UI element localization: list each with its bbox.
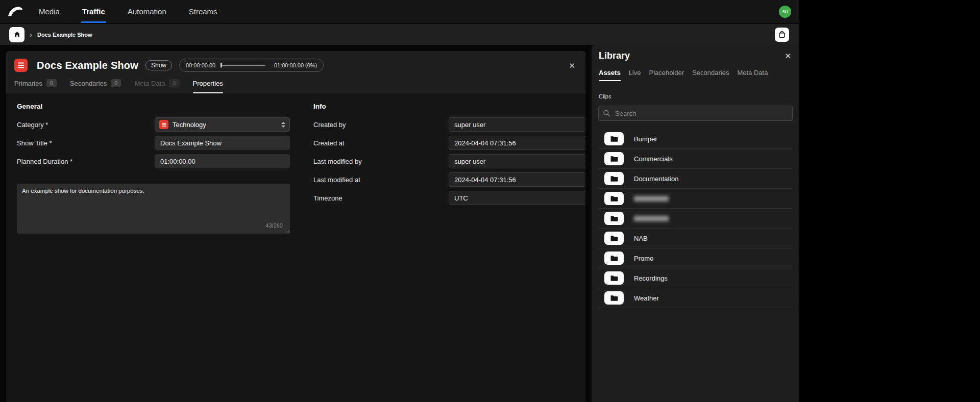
folder-row[interactable]: Weather <box>598 288 793 308</box>
folder-label: Promo <box>634 255 653 262</box>
nav-item-label: Automation <box>128 7 166 16</box>
nav-item-label: Media <box>39 7 60 16</box>
library-tab[interactable]: Placeholder <box>649 69 684 81</box>
category-selected-value: Technology <box>173 121 277 129</box>
info-value-input[interactable] <box>449 136 585 150</box>
folder-label <box>634 196 669 202</box>
main-nav: Media Traffic Automation Streams <box>38 0 218 23</box>
panel-tab[interactable]: Meta Data 0 <box>134 79 179 93</box>
library-tabs: Assets Live Placeholder Secondaries <box>592 62 799 81</box>
select-stepper-icon <box>281 122 285 128</box>
folder-icon <box>604 192 624 205</box>
folder-row[interactable]: Promo <box>598 248 793 268</box>
info-row: Created by <box>313 117 585 132</box>
library-tab[interactable]: Meta Data <box>737 69 768 81</box>
info-value-input[interactable] <box>449 154 585 168</box>
info-row: Last modified at <box>313 172 585 187</box>
media-library-icon-button[interactable] <box>775 28 789 42</box>
box-icon <box>778 31 786 39</box>
info-value-input[interactable] <box>449 172 585 187</box>
library-tab-label: Placeholder <box>649 69 684 77</box>
panel-tab-count-badge: 0 <box>111 79 121 87</box>
info-section: Info Created by Created at <box>313 102 585 234</box>
category-select[interactable]: Technology <box>155 117 290 132</box>
folder-row[interactable]: Commercials <box>598 149 793 169</box>
folder-icon <box>604 291 624 305</box>
nav-item-label: Streams <box>189 7 217 16</box>
category-field-row: Category * Technology <box>17 117 290 132</box>
folder-row[interactable]: Bumper <box>598 129 793 149</box>
folder-row[interactable]: NAB <box>598 229 793 248</box>
folder-row[interactable] <box>598 209 793 229</box>
info-row: Timezone <box>313 191 585 205</box>
panel-tab[interactable]: Secondaries 0 <box>70 79 121 93</box>
panel-tab-label: Properties <box>193 80 223 87</box>
progress-thumb[interactable] <box>220 63 222 68</box>
show-category-icon <box>14 59 28 72</box>
library-tab-label: Assets <box>599 69 621 77</box>
folder-label: Weather <box>634 294 659 302</box>
folder-label: Recordings <box>634 274 668 282</box>
library-header: Library ✕ <box>592 45 799 62</box>
folder-label: NAB <box>634 235 648 242</box>
progress-track[interactable] <box>220 65 265 66</box>
rundown-stripes-icon <box>16 60 26 70</box>
makalu-logo-icon[interactable] <box>6 4 24 19</box>
chevron-right-icon: › <box>30 31 32 38</box>
nav-item[interactable]: Automation <box>127 0 167 23</box>
panel-close-button[interactable]: ✕ <box>567 60 577 71</box>
library-close-button[interactable]: ✕ <box>782 50 793 62</box>
folder-icon <box>604 212 624 225</box>
show-title-input[interactable] <box>155 136 290 150</box>
show-title-label: Show Title * <box>17 139 155 147</box>
library-tab-label: Live <box>629 69 641 77</box>
show-progress-scrubber[interactable]: 00:00:00.00 - 01:00:00.00 (0%) <box>179 59 324 72</box>
panel-tab-label: Meta Data <box>134 80 165 87</box>
folder-row[interactable]: Documentation <box>598 169 793 189</box>
info-row: Last modified by <box>313 154 585 168</box>
library-tab-label: Secondaries <box>692 69 729 77</box>
library-tab[interactable]: Live <box>629 69 641 81</box>
panel-header: Docs Example Show Show 00:00:00.00 - 01:… <box>6 51 585 93</box>
info-value-input[interactable] <box>449 117 585 132</box>
library-tab[interactable]: Assets <box>599 69 621 81</box>
planned-duration-input[interactable] <box>155 154 290 168</box>
panel-tab-label: Secondaries <box>70 80 107 87</box>
library-tab-label: Meta Data <box>737 69 768 77</box>
panel-header-row: Docs Example Show Show 00:00:00.00 - 01:… <box>14 57 577 74</box>
info-label: Timezone <box>313 194 449 202</box>
nav-item[interactable]: Traffic <box>81 0 106 23</box>
folder-icon <box>604 152 624 165</box>
info-value-input[interactable] <box>449 191 585 205</box>
folder-row[interactable]: Recordings <box>598 268 793 288</box>
progress-remaining: - 01:00:00.00 (0%) <box>271 62 317 68</box>
general-heading: General <box>17 103 290 110</box>
show-title-field-row: Show Title * <box>17 136 290 150</box>
breadcrumb-item[interactable]: Docs Example Show <box>37 32 92 38</box>
home-button[interactable] <box>9 27 24 42</box>
folder-icon <box>604 132 624 145</box>
panel-tab-count-badge: 0 <box>169 79 179 87</box>
search-input[interactable] <box>598 106 793 121</box>
folder-row[interactable] <box>598 189 793 209</box>
nav-item[interactable]: Streams <box>188 0 218 23</box>
rundown-stripes-icon <box>161 121 167 128</box>
progress-elapsed: 00:00:00.00 <box>186 62 215 68</box>
info-label: Created by <box>313 121 449 129</box>
nav-item[interactable]: Media <box>38 0 61 23</box>
app-window: Media Traffic Automation Streams su <box>0 0 799 402</box>
show-detail-panel: Docs Example Show Show 00:00:00.00 - 01:… <box>6 51 585 402</box>
panel-tab[interactable]: Properties <box>193 80 223 93</box>
library-title: Library <box>599 51 630 61</box>
screenshot-canvas: Media Traffic Automation Streams su <box>0 0 980 402</box>
planned-duration-label: Planned Duration * <box>17 158 155 165</box>
user-avatar[interactable]: su <box>779 6 791 18</box>
panel-tab[interactable]: Primaries 0 <box>14 79 57 93</box>
category-mini-icon <box>159 120 168 129</box>
info-label: Created at <box>313 139 449 147</box>
clips-section-label: Clips <box>599 93 792 99</box>
library-tab[interactable]: Secondaries <box>692 69 729 81</box>
breadcrumb-bar: › Docs Example Show <box>0 24 799 45</box>
description-textarea[interactable] <box>17 184 290 234</box>
panel-tab-label: Primaries <box>14 80 42 87</box>
